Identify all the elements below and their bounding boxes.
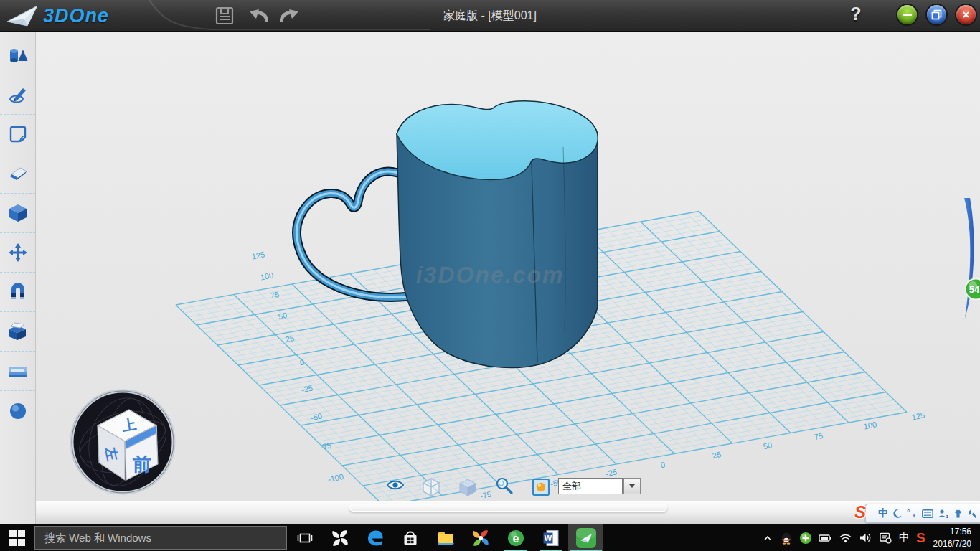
zoom-magnifier-icon[interactable] bbox=[495, 477, 514, 496]
titlebar: 3DOne bbox=[0, 0, 980, 32]
sidebar-tool-sketch-draw[interactable] bbox=[0, 75, 35, 115]
word-icon: W bbox=[542, 529, 560, 547]
titlebar-swoosh bbox=[0, 0, 430, 32]
view-cube[interactable]: 上 前 左 bbox=[69, 388, 176, 496]
filter-value: 全部 bbox=[562, 480, 581, 493]
selection-filter-combo: 全部 bbox=[558, 478, 641, 494]
task-view-icon bbox=[296, 531, 314, 545]
clock-date: 2016/7/20 bbox=[933, 538, 971, 550]
edge-icon bbox=[366, 529, 385, 547]
wireframe-view-icon[interactable] bbox=[420, 476, 442, 498]
sidebar-tool-toolbox[interactable] bbox=[0, 352, 35, 391]
tray-chevron-up[interactable] bbox=[762, 532, 773, 544]
community-petal bbox=[964, 198, 974, 319]
safety-shield-icon bbox=[799, 532, 812, 545]
sidebar-tool-primitives[interactable] bbox=[0, 36, 35, 75]
viewport-canvas[interactable] bbox=[36, 32, 980, 524]
sidebar-tool-move-transform[interactable] bbox=[0, 233, 35, 273]
tray-battery[interactable] bbox=[819, 532, 832, 544]
minimize-button[interactable] bbox=[897, 5, 917, 24]
folder-icon bbox=[435, 529, 456, 547]
restore-icon bbox=[931, 9, 942, 20]
pinwheel-icon bbox=[331, 529, 349, 547]
close-icon: × bbox=[963, 9, 970, 21]
pencil-sketch-icon bbox=[7, 85, 29, 105]
tool-sidebar bbox=[0, 32, 36, 524]
eraser-icon bbox=[7, 164, 29, 183]
tray-notification[interactable] bbox=[879, 532, 892, 544]
speaker-icon bbox=[859, 532, 872, 544]
ime-toolbar: S 中 °， 11 bbox=[865, 504, 980, 523]
3done-app-button[interactable] bbox=[568, 524, 603, 551]
community-widget[interactable]: 54 bbox=[958, 195, 980, 324]
profile-icon[interactable]: 11 bbox=[938, 509, 948, 519]
close-button[interactable]: × bbox=[956, 5, 976, 24]
tray-ime-indicator[interactable]: 中 bbox=[899, 531, 910, 545]
sidebar-tool-constraint-magnet[interactable] bbox=[0, 273, 35, 312]
sidebar-tool-eraser[interactable] bbox=[0, 154, 35, 194]
help-button[interactable]: ? bbox=[845, 4, 867, 28]
skin-shirt-icon[interactable] bbox=[953, 509, 963, 519]
selection-filter-icon[interactable] bbox=[532, 478, 550, 496]
green-browser-icon: e bbox=[507, 529, 525, 547]
cube-sheet-icon bbox=[7, 321, 29, 342]
store-icon bbox=[401, 529, 420, 547]
primitives-icon bbox=[7, 45, 29, 65]
task-view-button[interactable] bbox=[287, 524, 322, 551]
window-controls: × bbox=[897, 5, 976, 24]
settings-wrench-icon[interactable] bbox=[968, 509, 978, 519]
community-badge-value: 54 bbox=[969, 284, 980, 295]
notification-icon bbox=[879, 532, 892, 544]
search-input[interactable] bbox=[35, 532, 286, 544]
sogou-logo[interactable]: S bbox=[854, 502, 866, 522]
word-button[interactable]: W bbox=[533, 524, 568, 551]
tray-wifi[interactable] bbox=[839, 532, 852, 544]
wifi-icon bbox=[839, 532, 852, 544]
ime-mode-indicator[interactable]: 中 bbox=[878, 507, 888, 520]
tray-sogou-logo[interactable]: S bbox=[916, 530, 925, 546]
sphere-icon bbox=[9, 402, 27, 420]
tray-qq[interactable] bbox=[780, 532, 793, 545]
cube-icon bbox=[8, 203, 28, 223]
sketch-edit-icon bbox=[8, 124, 28, 144]
taskbar: e W bbox=[0, 524, 980, 551]
tray-safety-shield[interactable] bbox=[799, 532, 812, 545]
screen: -75-50-250255075100125 1251007550250-25-… bbox=[0, 0, 980, 551]
color-pinwheel-icon bbox=[471, 529, 490, 547]
filter-dropdown-button[interactable] bbox=[623, 478, 641, 494]
sidebar-tool-assembly[interactable] bbox=[0, 312, 35, 352]
sidebar-tool-material-sphere[interactable] bbox=[0, 391, 35, 430]
panel-drag-handle[interactable] bbox=[349, 504, 667, 512]
taskbar-search bbox=[34, 526, 287, 550]
restore-button[interactable] bbox=[927, 5, 946, 24]
taskbar-clock[interactable]: 17:56 2016/7/20 bbox=[932, 526, 976, 549]
start-button[interactable] bbox=[0, 524, 34, 551]
green-browser-glyph: e bbox=[512, 532, 519, 545]
green-browser-button[interactable]: e bbox=[498, 524, 533, 551]
magnet-icon bbox=[8, 282, 28, 302]
filter-dropdown[interactable]: 全部 bbox=[558, 478, 623, 494]
halfwidth-moon-icon[interactable] bbox=[892, 509, 903, 519]
chevron-down-icon bbox=[629, 484, 635, 488]
edge-browser-button[interactable] bbox=[357, 524, 392, 551]
shaded-view-icon[interactable] bbox=[458, 478, 478, 496]
clock-time: 17:56 bbox=[933, 526, 971, 537]
visibility-eye-icon[interactable] bbox=[385, 477, 405, 493]
tray-volume[interactable] bbox=[859, 532, 872, 544]
system-tray: 中 S 17:56 2016/7/20 bbox=[762, 524, 980, 551]
minimize-icon bbox=[903, 14, 912, 16]
windows-store-button[interactable] bbox=[392, 524, 428, 551]
svg-text:11: 11 bbox=[946, 514, 948, 519]
chevron-up-icon bbox=[762, 532, 773, 544]
view-cube-top-label: 上 bbox=[120, 415, 138, 433]
file-explorer-button[interactable] bbox=[428, 524, 463, 551]
move-arrows-icon bbox=[8, 242, 28, 263]
sidebar-tool-sketch-edit[interactable] bbox=[0, 115, 35, 154]
pinwheel-app-button[interactable] bbox=[322, 524, 357, 551]
windows-logo-icon bbox=[9, 530, 25, 546]
360-browser-button[interactable] bbox=[463, 524, 498, 551]
soft-keyboard-icon[interactable] bbox=[922, 509, 933, 518]
punctuation-indicator[interactable]: °， bbox=[907, 507, 918, 519]
qq-penguin-icon bbox=[780, 532, 793, 545]
sidebar-tool-solid-feature[interactable] bbox=[0, 194, 35, 233]
